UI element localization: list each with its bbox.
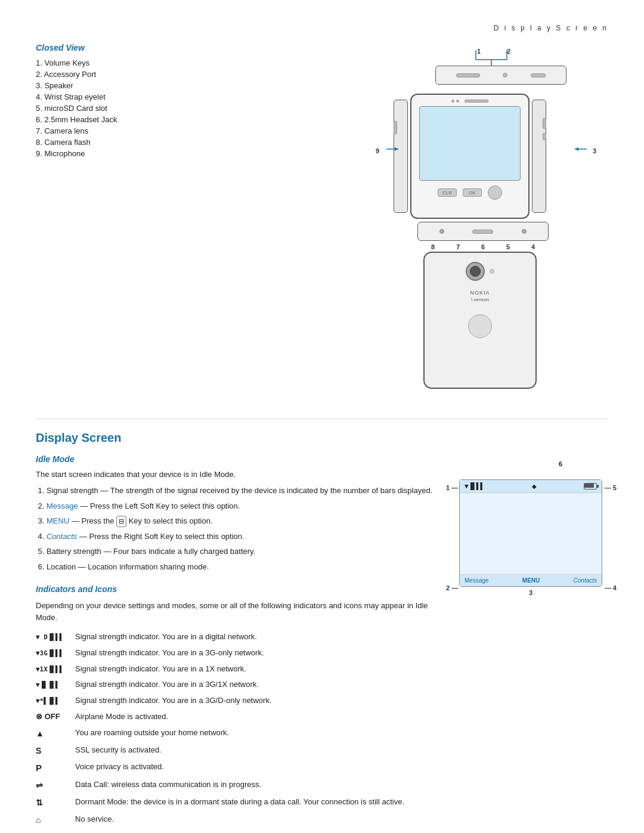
screen-num-5: — 5 xyxy=(605,484,617,491)
display-left: Idle Mode The start screen indicates tha… xyxy=(36,454,441,833)
indicators-title: Indicators and Icons xyxy=(36,584,441,594)
screen-num-3: 3 xyxy=(459,589,602,596)
device-top-view xyxy=(435,66,566,85)
list-item: 4. Wrist Strap eyelet xyxy=(36,92,262,101)
indicator-icon: S xyxy=(36,742,75,760)
list-item: Location — Location information sharing … xyxy=(47,561,441,573)
indicator-icon: ▼ D▐▌▌▌ xyxy=(36,629,75,645)
closed-view-list: 1. Volume Keys 2. Accessory Port 3. Spea… xyxy=(36,58,262,158)
table-row: ⇅ Dormant Mode: the device is in a dorma… xyxy=(36,794,441,812)
indicator-text: You are roaming outside your home networ… xyxy=(75,725,441,742)
idle-mode-intro: The start screen indicates that your dev… xyxy=(36,470,441,479)
display-content: Idle Mode The start screen indicates tha… xyxy=(36,454,608,833)
closed-view-diagrams: 1 2 xyxy=(358,43,608,401)
list-item: Battery strength — Four bars indicate a … xyxy=(47,546,441,558)
closed-view-title: Closed View xyxy=(36,43,262,52)
table-row: P Voice privacy is activated. xyxy=(36,759,441,777)
list-item: Message — Press the Left Soft Key to sel… xyxy=(47,500,441,512)
menu-softkey: MENU xyxy=(522,577,540,584)
table-row: ▼3G▐▌▌▌ Signal strength indicator. You a… xyxy=(36,645,441,661)
signal-indicator: ▼▐▌▌▌ xyxy=(465,482,484,490)
table-row: ⌂ No service. xyxy=(36,812,441,829)
indicator-icon: ▼3G▐▌▌▌ xyxy=(36,645,75,661)
indicator-text: TTY is enabled. xyxy=(75,829,441,833)
indicators-table: ▼ D▐▌▌▌ Signal strength indicator. You a… xyxy=(36,629,441,833)
indicator-icon: ▼1X▐▌▌▌ xyxy=(36,661,75,677)
location-dot: ◆ xyxy=(532,483,537,490)
page-header: D i s p l a y S c r e e n xyxy=(36,24,608,32)
table-row: ⊗ OFF Airplane Mode is activated. xyxy=(36,709,441,725)
list-item: 6. 2.5mm Headset Jack xyxy=(36,115,262,124)
table-row: ▼*▌▐▌▌ Signal strength indicator. You ar… xyxy=(36,693,441,709)
diagram-label-4: 4 xyxy=(531,243,535,250)
screen-label-6: 6 xyxy=(513,460,608,467)
diagram-label-6: 6 xyxy=(481,243,485,250)
display-right: 6 1 — — 5 2 — — 4 xyxy=(453,454,608,833)
display-screen-title: Display Screen xyxy=(36,431,608,445)
list-item: Contacts — Press the Right Soft Key to s… xyxy=(47,531,441,543)
indicator-text: Signal strength indicator. You are in a … xyxy=(75,677,441,693)
list-item: 9. Microphone xyxy=(36,149,262,158)
table-row: ⇌ Data Call: wireless data communication… xyxy=(36,777,441,794)
table-row: ▲ You are roaming outside your home netw… xyxy=(36,725,441,742)
indicator-icon: ▼▐‌▌▐▌▌ xyxy=(36,677,75,693)
menu-key-icon: ⊟ xyxy=(116,516,126,527)
menu-link: MENU xyxy=(47,516,69,525)
contacts-softkey: Contacts xyxy=(574,577,597,584)
diagram-label-8: 8 xyxy=(431,243,435,250)
indicator-text: Dormant Mode: the device is in a dormant… xyxy=(75,794,441,812)
label3-line xyxy=(574,144,597,154)
table-row: S SSL security is activated. xyxy=(36,742,441,760)
indicator-text: Voice privacy is activated. xyxy=(75,759,441,777)
list-item: 1. Volume Keys xyxy=(36,58,262,67)
table-row: ▼ D▐▌▌▌ Signal strength indicator. You a… xyxy=(36,629,441,645)
list-item: 5. microSD Card slot xyxy=(36,104,262,113)
diagram-label-5: 5 xyxy=(506,243,510,250)
indicator-icon: ⇅ xyxy=(36,794,75,812)
indicator-text: Signal strength indicator. You are in a … xyxy=(75,661,441,677)
indicator-icon: ⇌ xyxy=(36,777,75,794)
list-item: 3. Speaker xyxy=(36,81,262,90)
device-bottom-view: 8 7 6 5 4 xyxy=(417,222,549,250)
device-middle-view: CLR OK xyxy=(394,94,546,219)
indicator-text: Signal strength indicator. You are in a … xyxy=(75,693,441,709)
header-title: D i s p l a y S c r e e n xyxy=(494,24,608,32)
list-item: 8. Camera flash xyxy=(36,138,262,147)
svg-marker-7 xyxy=(575,147,578,151)
screen-num-2: 2 — xyxy=(446,584,458,592)
idle-mode-title: Idle Mode xyxy=(36,454,441,464)
table-row: ▼▐‌▌▐▌▌ Signal strength indicator. You a… xyxy=(36,677,441,693)
indicator-icon: ⌂ xyxy=(36,812,75,829)
diagram-label-7: 7 xyxy=(456,243,460,250)
phone-screen-mockup: ▼▐▌▌▌ ◆ Message MENU Contacts xyxy=(459,479,602,587)
list-item: MENU — Press the ⊟ Key to select this op… xyxy=(47,515,441,527)
message-link: Message xyxy=(47,501,78,510)
indicator-icon: ⊗ OFF xyxy=(36,709,75,725)
table-row: ⊞ TTY is enabled. xyxy=(36,829,441,833)
indicators-section: Indicators and Icons Depending on your d… xyxy=(36,584,441,833)
contacts-link: Contacts xyxy=(47,532,77,541)
indicators-intro: Depending on your device settings and mo… xyxy=(36,600,441,623)
screen-num-4: — 4 xyxy=(605,584,617,592)
indicator-icon: P xyxy=(36,759,75,777)
indicator-text: SSL security is activated. xyxy=(75,742,441,760)
battery-icon xyxy=(584,483,597,490)
screen-top-bar: ▼▐▌▌▌ ◆ xyxy=(460,480,602,493)
list-item: Signal strength — The strength of the si… xyxy=(47,485,441,497)
list-item: 7. Camera lens xyxy=(36,126,262,135)
display-screen-section: Display Screen Idle Mode The start scree… xyxy=(36,419,608,833)
indicator-icon: ▲ xyxy=(36,725,75,742)
table-row: ▼1X▐▌▌▌ Signal strength indicator. You a… xyxy=(36,661,441,677)
indicator-text: Airplane Mode is activated. xyxy=(75,709,441,725)
message-softkey: Message xyxy=(465,577,489,584)
indicator-text: Signal strength indicator. You are in a … xyxy=(75,629,441,645)
indicator-text: Data Call: wireless data communication i… xyxy=(75,777,441,794)
device-back-view: NOKIA \ verizon xyxy=(423,252,537,389)
screen-body xyxy=(460,493,602,559)
indicator-text: Signal strength indicator. You are in a … xyxy=(75,645,441,661)
svg-marker-5 xyxy=(395,147,398,151)
screen-bottom-bar: Message MENU Contacts xyxy=(460,574,602,586)
indicator-icon: ⊞ xyxy=(36,829,75,833)
label9-line xyxy=(376,144,400,154)
indicator-text: No service. xyxy=(75,812,441,829)
